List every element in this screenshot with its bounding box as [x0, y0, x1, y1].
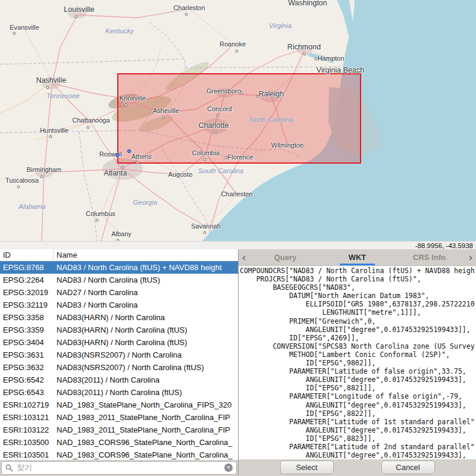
map-city-label: Louisville [64, 5, 94, 14]
map-city-dot [13, 32, 16, 35]
map-city-label: Evansville [10, 24, 39, 31]
crs-row-epsg-6542[interactable]: EPSG:6542NAD83(2011) / North Carolina [0, 374, 238, 386]
map-city-dot [49, 136, 52, 139]
crs-row-epsg-3358[interactable]: EPSG:3358NAD83(HARN) / North Carolina [0, 311, 238, 324]
map-city-dot [162, 116, 165, 119]
map-panel[interactable]: LouisvilleCharlestonWashingtonEvansville… [0, 0, 476, 241]
crs-name-cell: NAD83(NSRS2007) / North Carolina [54, 349, 238, 361]
crs-id-cell: EPSG:32119 [0, 299, 54, 311]
map-city-dot [96, 219, 99, 222]
tab-bar: ‹ QueryWKTCRS Info › [239, 249, 476, 266]
map-city-label: Charlotte [199, 121, 229, 130]
crs-row-epsg-8768[interactable]: EPSG:8768NAD83 / North Carolina (ftUS) +… [0, 261, 238, 274]
crs-id-cell: EPSG:3631 [0, 349, 54, 361]
crs-row-esri-103121[interactable]: ESRI:103121NAD_1983_2011_StatePlane_Nort… [0, 411, 238, 424]
crs-row-esri-102719[interactable]: ESRI:102719NAD_1983_StatePlane_North_Car… [0, 399, 238, 411]
map-city-label: Raleigh [259, 90, 284, 98]
tab-wkt[interactable]: WKT [321, 249, 393, 265]
crs-id-cell: EPSG:2264 [0, 274, 54, 286]
crs-id-cell: EPSG:3358 [0, 311, 54, 324]
crs-row-epsg-2264[interactable]: EPSG:2264NAD83 / North Carolina (ftUS) [0, 274, 238, 286]
crs-row-epsg-3632[interactable]: EPSG:3632NAD83(NSRS2007) / North Carolin… [0, 361, 238, 374]
map-state-label: South Carolina [198, 167, 243, 174]
map-city-label: Nashville [36, 76, 67, 84]
crs-name-cell: NAD_1983_2011_StatePlane_North_Carolina_… [54, 411, 238, 424]
crs-row-epsg-6543[interactable]: EPSG:6543NAD83(2011) / North Carolina (f… [0, 386, 238, 399]
map-city-dot [136, 161, 139, 164]
wkt-text[interactable]: COMPOUNDCRS["NAD83 / North Carolina (ftU… [239, 266, 476, 459]
crs-id-cell: EPSG:3632 [0, 361, 54, 374]
crs-id-cell: EPSG:3359 [0, 324, 54, 336]
crs-row-epsg-3359[interactable]: EPSG:3359NAD83(HARN) / North Carolina (f… [0, 324, 238, 336]
crs-row-epsg-3404[interactable]: EPSG:3404NAD83(HARN) / North Carolina (f… [0, 336, 238, 349]
map-state-label: Alabama [18, 203, 45, 210]
map-city-label: Augusta [168, 171, 192, 178]
tabs-scroll-left-icon[interactable]: ‹ [239, 249, 249, 265]
map-labels-layer: LouisvilleCharlestonWashingtonEvansville… [0, 0, 476, 241]
search-input[interactable]: 찾기 × [1, 461, 237, 475]
crs-name-cell: NAD_1983_2011_StatePlane_North_Carolina_… [54, 424, 238, 436]
map-state-label: Virginia [269, 22, 292, 29]
column-header-name[interactable]: Name [54, 249, 80, 261]
clear-search-icon[interactable]: × [224, 464, 233, 472]
map-city-dot [125, 104, 128, 107]
map-city-dot [203, 231, 206, 234]
results-pane: ID Name EPSG:8768NAD83 / North Carolina … [0, 249, 238, 475]
map-city-label: Florence [228, 154, 253, 161]
map-city-dot [215, 131, 218, 134]
map-state-label: Kentucky [105, 27, 133, 35]
crs-name-cell: NAD_1983_StatePlane_North_Carolina_FIPS_… [54, 399, 238, 411]
crs-name-cell: NAD83(NSRS2007) / North Carolina (ftUS) [54, 361, 238, 374]
map-city-label: Atlanta [104, 169, 127, 177]
map-city-dot [247, 194, 250, 197]
map-city-dot [117, 239, 120, 242]
map-city-dot [46, 86, 49, 89]
map-state-label: Tennessee [46, 92, 80, 99]
map-city-dot [355, 70, 358, 73]
tab-crs-info[interactable]: CRS Info [393, 249, 465, 265]
map-city-dot [236, 50, 239, 53]
map-point-marker [127, 149, 131, 153]
tabs: QueryWKTCRS Info [249, 249, 465, 265]
tab-query[interactable]: Query [249, 249, 321, 265]
map-city-dot [75, 15, 78, 18]
map-city-dot [256, 95, 259, 98]
map-city-label: Columbus [86, 210, 115, 217]
map-city-label: Birmingham [27, 166, 62, 173]
map-city-dot [315, 58, 318, 61]
table-body: EPSG:8768NAD83 / North Carolina (ftUS) +… [0, 261, 238, 460]
crs-row-esri-103500[interactable]: ESRI:103500NAD_1983_CORS96_StatePlane_No… [0, 436, 238, 449]
crs-id-cell: EPSG:32019 [0, 286, 54, 299]
map-city-dot [217, 114, 220, 117]
crs-row-epsg-32019[interactable]: EPSG:32019NAD27 / North Carolina [0, 286, 238, 299]
dialog-lower-area: ID Name EPSG:8768NAD83 / North Carolina … [0, 249, 476, 475]
crs-name-cell: NAD83 / North Carolina (ftUS) + NAVD88 h… [54, 261, 238, 274]
map-city-dot [185, 13, 188, 16]
crs-row-esri-103122[interactable]: ESRI:103122NAD_1983_2011_StatePlane_Nort… [0, 424, 238, 436]
map-state-label: North Carolina [249, 116, 293, 123]
map-city-label: Hampton [318, 55, 345, 62]
cancel-button[interactable]: Cancel [381, 461, 435, 474]
map-city-label: Columbia [192, 149, 220, 156]
crs-name-cell: NAD_1983_CORS96_StatePlane_North_Carolin… [54, 449, 238, 460]
crs-results-table: ID Name EPSG:8768NAD83 / North Carolina … [0, 249, 238, 460]
crs-row-epsg-32119[interactable]: EPSG:32119NAD83 / North Carolina [0, 299, 238, 311]
detail-pane: ‹ QueryWKTCRS Info › COMPOUNDCRS["NAD83 … [238, 249, 476, 475]
crs-row-epsg-3631[interactable]: EPSG:3631NAD83(NSRS2007) / North Carolin… [0, 349, 238, 361]
map-city-label: Knoxville [120, 95, 146, 102]
crs-name-cell: NAD83(2011) / North Carolina [54, 374, 238, 386]
crs-selection-dialog: LouisvilleCharlestonWashingtonEvansville… [0, 0, 476, 475]
map-city-label: Huntsville [40, 127, 68, 134]
map-city-dot [121, 166, 124, 169]
crs-row-esri-103501[interactable]: ESRI:103501NAD_1983_CORS96_StatePlane_No… [0, 449, 238, 460]
map-city-label: Albany [111, 230, 131, 237]
map-city-dot [190, 174, 193, 177]
table-header: ID Name [0, 249, 238, 261]
crs-name-cell: NAD83 / North Carolina (ftUS) [54, 274, 238, 286]
dialog-buttons: Select Cancel [239, 459, 476, 475]
map-state-label: Georgia [133, 199, 158, 206]
column-header-id[interactable]: ID [0, 249, 54, 261]
select-button[interactable]: Select [280, 461, 334, 474]
tabs-scroll-right-icon[interactable]: › [465, 249, 476, 265]
crs-name-cell: NAD_1983_CORS96_StatePlane_North_Carolin… [54, 436, 238, 449]
